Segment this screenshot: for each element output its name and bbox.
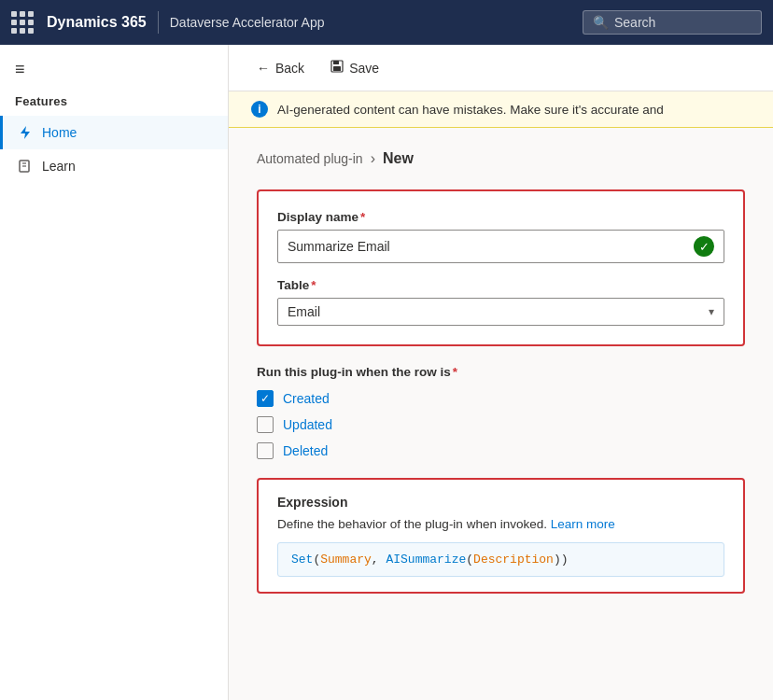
checkbox-updated-label: Updated [283, 417, 332, 432]
trigger-question: Run this plug-in when the row is* [257, 365, 745, 379]
checkbox-created[interactable]: ✓ Created [257, 390, 745, 407]
learn-more-link[interactable]: Learn more [551, 517, 615, 531]
form-card: Display name* ✓ Table* Email Account Con… [257, 189, 745, 346]
app-subtitle: Dataverse Accelerator App [170, 15, 325, 30]
checkbox-deleted-box[interactable] [257, 442, 274, 459]
validation-check-icon: ✓ [694, 236, 714, 257]
info-icon: i [251, 101, 268, 118]
app-grid-icon[interactable] [11, 11, 34, 34]
info-banner-text: AI-generated content can have mistakes. … [277, 103, 664, 117]
checkbox-deleted-label: Deleted [283, 443, 328, 458]
info-banner: i AI-generated content can have mistakes… [229, 91, 773, 128]
expression-title: Expression [277, 495, 724, 510]
svg-rect-4 [333, 61, 339, 64]
checkbox-updated-box[interactable] [257, 416, 274, 433]
sidebar-item-learn-label: Learn [42, 159, 76, 174]
search-box[interactable]: 🔍 Search [583, 10, 762, 35]
svg-rect-5 [333, 66, 341, 71]
toolbar: ← Back Save [229, 45, 773, 91]
nav-divider [158, 11, 159, 34]
sidebar-item-learn[interactable]: Learn [0, 149, 228, 183]
breadcrumb-current: New [383, 150, 414, 167]
expression-description: Define the behavior of the plug-in when … [277, 517, 724, 531]
top-navigation: Dynamics 365 Dataverse Accelerator App 🔍… [0, 0, 773, 45]
save-button[interactable]: Save [325, 56, 385, 79]
breadcrumb-parent: Automated plug-in [257, 151, 363, 166]
sidebar-item-home[interactable]: Home [0, 116, 228, 149]
breadcrumb: Automated plug-in › New [257, 150, 745, 167]
search-placeholder: Search [614, 15, 655, 30]
sidebar: ≡ Features Home Learn [0, 45, 229, 700]
sidebar-item-home-label: Home [42, 125, 77, 140]
table-select-wrap: Email Account Contact Opportunity ▾ [277, 298, 724, 326]
lightning-icon [18, 125, 33, 140]
app-title: Dynamics 365 [47, 14, 147, 31]
checkbox-check-icon: ✓ [260, 392, 270, 405]
trigger-section: Run this plug-in when the row is* ✓ Crea… [257, 365, 745, 459]
code-param-description: Description [473, 553, 554, 567]
code-fn-set: Set [291, 553, 313, 567]
display-name-field-wrap: ✓ [277, 230, 724, 263]
checkbox-created-label: Created [283, 391, 330, 406]
breadcrumb-separator: › [371, 150, 375, 167]
checkbox-created-box[interactable]: ✓ [257, 390, 274, 407]
sidebar-section-title: Features [0, 87, 228, 116]
back-button[interactable]: ← Back [251, 57, 310, 79]
book-icon [18, 159, 33, 174]
display-name-input[interactable] [288, 239, 694, 254]
back-label: Back [275, 61, 304, 76]
save-icon [330, 60, 344, 76]
expression-card: Expression Define the behavior of the pl… [257, 478, 745, 594]
checkbox-deleted[interactable]: Deleted [257, 442, 745, 459]
display-name-label: Display name* [277, 210, 724, 224]
chevron-down-icon: ▾ [709, 305, 714, 318]
hamburger-button[interactable]: ≡ [0, 45, 228, 87]
code-fn-aisummarize: AISummarize [386, 553, 466, 567]
checkbox-updated[interactable]: Updated [257, 416, 745, 433]
search-icon: 🔍 [593, 15, 609, 30]
back-arrow-icon: ← [257, 61, 270, 76]
save-label: Save [349, 61, 379, 76]
page-body: Automated plug-in › New Display name* ✓ … [229, 128, 773, 700]
code-param-summary: Summary [320, 553, 372, 567]
table-select[interactable]: Email Account Contact Opportunity [288, 304, 709, 319]
content-area: ← Back Save i AI-generated content can h… [229, 45, 773, 700]
table-label: Table* [277, 278, 724, 292]
expression-code-block: Set(Summary, AISummarize(Description)) [277, 542, 724, 577]
